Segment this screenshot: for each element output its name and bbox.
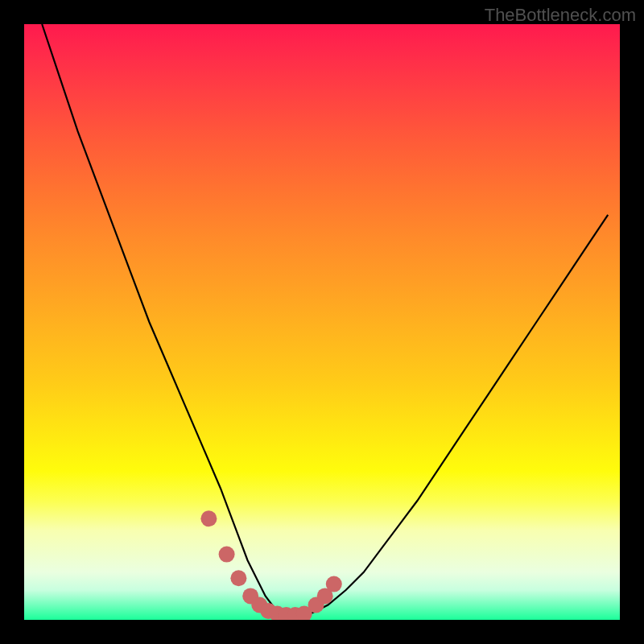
data-point <box>200 510 217 526</box>
data-point <box>326 576 342 592</box>
chart-container: TheBottleneck.com <box>0 0 644 644</box>
data-point <box>230 570 246 586</box>
watermark-label: TheBottleneck.com <box>485 5 636 26</box>
data-points <box>24 24 620 620</box>
data-point <box>219 547 235 563</box>
